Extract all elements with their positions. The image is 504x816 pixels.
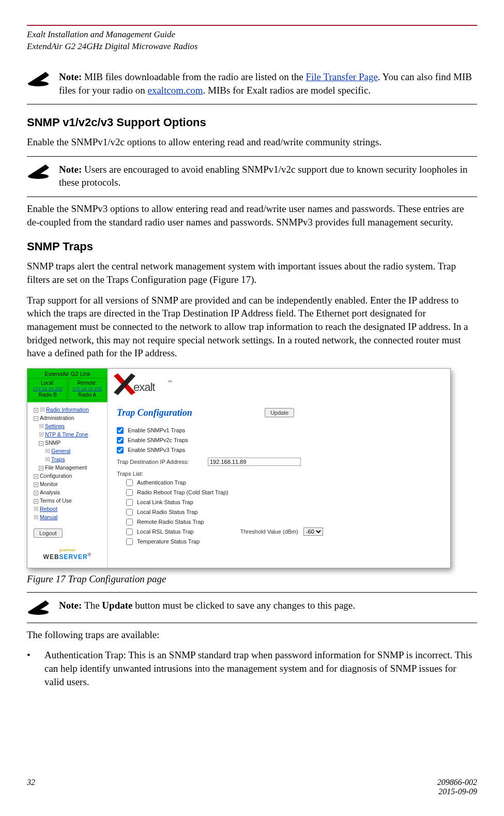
trap-rsl-checkbox[interactable] xyxy=(126,528,133,535)
trap-ip-input[interactable] xyxy=(208,458,301,466)
collapse-icon[interactable]: − xyxy=(34,416,38,421)
para-snmpv3: Enable the SNMPv3 options to allow enter… xyxy=(27,202,477,229)
traps-list-label: Traps List: xyxy=(117,469,443,478)
heading-snmp-options: SNMP v1/v2c/v3 Support Options xyxy=(27,116,477,129)
trap-reboot-checkbox[interactable] xyxy=(126,489,133,496)
link-status-panel: ExtendAir G2 Link Local: 172.16.10.233 R… xyxy=(27,369,108,402)
enable-v3-label: Enable SNMPv3 Traps xyxy=(128,447,185,453)
remote-label: Remote: xyxy=(70,380,105,386)
logout-button[interactable]: Logout xyxy=(34,528,63,538)
exalt-x-icon xyxy=(114,373,135,395)
note-block-2: Note: Users are encouraged to avoid enab… xyxy=(27,161,477,192)
pencil-note-icon xyxy=(27,164,50,179)
nav-config-label: Configuration xyxy=(40,473,72,479)
threshold-select[interactable]: -60 xyxy=(303,527,323,536)
file-transfer-link[interactable]: File Transfer Page xyxy=(306,71,378,82)
nav-monitor-label: Monitor xyxy=(40,481,58,487)
exalt-logo: exalt ™ xyxy=(114,374,176,396)
nav-analysis[interactable]: +Analysis xyxy=(29,488,105,496)
trap-localradio-checkbox[interactable] xyxy=(126,509,133,516)
rule xyxy=(27,623,477,623)
nav-ntp[interactable]: ☒NTP & Time Zone xyxy=(29,430,105,439)
figure-17: ExtendAir G2 Link Local: 172.16.10.233 R… xyxy=(27,368,477,568)
local-radio: Radio B xyxy=(30,392,66,398)
nav-radio-info[interactable]: +☒Radio Information xyxy=(29,405,105,414)
exalt-logo-text: exalt xyxy=(133,381,155,394)
nav-file-mgmt[interactable]: +File Management xyxy=(29,463,105,472)
enable-v1-label: Enable SNMPv1 Traps xyxy=(128,427,185,433)
trap-remoteradio-checkbox[interactable] xyxy=(126,519,133,525)
nav-terms[interactable]: +Terms of Use xyxy=(29,496,105,505)
nav-manual[interactable]: ☒Manual xyxy=(29,513,105,521)
webserver-logo: goahead WEBSERVER® xyxy=(29,542,105,565)
enable-v3-checkbox[interactable] xyxy=(117,447,124,454)
expand-icon[interactable]: + xyxy=(39,466,43,471)
note-prefix: Note: xyxy=(59,600,84,611)
nav-snmp-label: SNMP xyxy=(45,440,60,446)
nav-filemgmt-label: File Management xyxy=(45,464,87,471)
nav-monitor[interactable]: +Monitor xyxy=(29,480,105,488)
expand-icon[interactable]: + xyxy=(34,499,38,504)
enable-v1-checkbox[interactable] xyxy=(117,427,124,434)
collapse-icon[interactable]: − xyxy=(39,441,43,446)
note2-body: Users are encouraged to avoid enabling S… xyxy=(59,164,467,188)
bullet-icon: • xyxy=(27,648,44,688)
nav-general[interactable]: ☒General xyxy=(29,447,105,455)
update-button[interactable]: Update xyxy=(265,408,294,417)
note-block-3: Note: The Update button must be clicked … xyxy=(27,597,477,618)
nav-traps[interactable]: ☒Traps xyxy=(29,455,105,463)
nav-snmp[interactable]: −SNMP xyxy=(29,439,105,447)
nav-radio-info-label: Radio Information xyxy=(46,406,89,413)
expand-icon[interactable]: + xyxy=(34,474,38,479)
nav-settings[interactable]: ☒Settings xyxy=(29,422,105,430)
expand-icon[interactable]: + xyxy=(34,491,38,495)
main-panel: Trap Configuration Update Enable SNMPv1 … xyxy=(108,402,450,568)
remote-radio-tab[interactable]: Remote: 172.16.10.232 Radio A xyxy=(68,378,107,400)
nav-configuration[interactable]: +Configuration xyxy=(29,472,105,480)
page-title: Trap Configuration xyxy=(117,407,192,418)
nav-reboot[interactable]: ☒Reboot xyxy=(29,505,105,513)
trap-auth-label: Authentication Trap xyxy=(137,479,186,486)
trademark-icon: ™ xyxy=(167,380,172,385)
nav-settings-label: Settings xyxy=(45,423,65,429)
exaltcom-link[interactable]: exaltcom.com xyxy=(147,85,203,96)
nav-administration[interactable]: −Administration xyxy=(29,414,105,422)
threshold-label: Threshold Value (dBm) xyxy=(240,528,298,535)
pencil-note-icon xyxy=(27,71,50,87)
page-footer: 32 209866-002 2015-09-09 xyxy=(27,778,477,796)
trap-config-app: ExtendAir G2 Link Local: 172.16.10.233 R… xyxy=(27,368,451,568)
page-number: 32 xyxy=(27,778,35,796)
note3-t2: button must be clicked to save any chang… xyxy=(132,600,355,611)
note3-bold: Update xyxy=(102,600,132,611)
nav-sidebar: +☒Radio Information −Administration ☒Set… xyxy=(27,402,108,568)
trap-remoteradio-label: Remote Radio Status Trap xyxy=(137,519,204,525)
enable-v2-checkbox[interactable] xyxy=(117,437,124,444)
trap-auth-checkbox[interactable] xyxy=(126,479,133,486)
nav-ntp-label: NTP & Time Zone xyxy=(45,431,88,437)
rule xyxy=(27,197,477,197)
local-label: Local: xyxy=(30,380,66,386)
nav-general-label: General xyxy=(51,448,70,454)
local-radio-tab[interactable]: Local: 172.16.10.233 Radio B xyxy=(28,378,67,400)
logo-area: exalt ™ xyxy=(108,369,450,402)
trap-temp-checkbox[interactable] xyxy=(126,538,133,545)
web-text: WEB xyxy=(43,553,59,560)
bullet-auth-text: Authentication Trap: This is an SNMP sta… xyxy=(44,648,477,688)
server-text: SERVER xyxy=(59,553,88,560)
header-rule xyxy=(27,25,477,26)
note-text-1: Note: MIB files downloadable from the ra… xyxy=(59,70,477,97)
trap-localradio-label: Local Radio Status Trap xyxy=(137,509,197,515)
nav-reboot-label: Reboot xyxy=(40,506,57,512)
para-traps-detail: Trap support for all versions of SNMP ar… xyxy=(27,294,477,360)
trap-locallink-checkbox[interactable] xyxy=(126,499,133,506)
trap-rsl-label: Local RSL Status Trap xyxy=(137,528,194,535)
note-prefix: Note: xyxy=(59,71,84,82)
note-text-2: Note: Users are encouraged to avoid enab… xyxy=(59,163,477,189)
expand-icon[interactable]: + xyxy=(34,408,38,413)
expand-icon[interactable]: + xyxy=(34,482,38,487)
ip-label: Trap Destination IP Address: xyxy=(117,459,205,465)
link-title: ExtendAir G2 Link xyxy=(27,369,108,378)
trap-locallink-label: Local Link Status Trap xyxy=(137,499,193,505)
para-traps-intro: SNMP traps alert the central network man… xyxy=(27,260,477,286)
remote-radio: Radio A xyxy=(70,392,105,398)
